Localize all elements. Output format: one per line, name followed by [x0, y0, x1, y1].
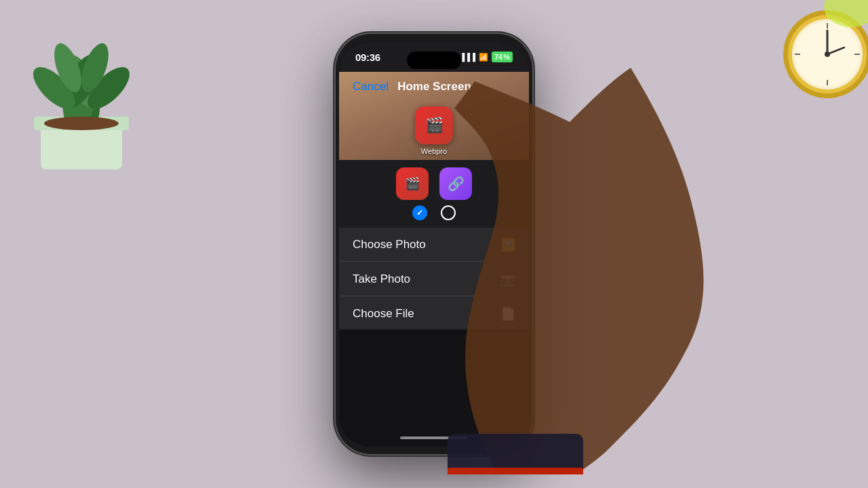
clock-decoration	[719, 0, 868, 149]
phone-frame: 09:36 ▐▐▐ 📶 74% Cancel Home Screen 🎬	[336, 34, 532, 454]
variant-dots-row	[412, 205, 456, 220]
variant-dot-selected[interactable]	[412, 205, 427, 220]
choose-file-item[interactable]: Choose File 📄	[339, 297, 529, 331]
take-photo-item[interactable]: Take Photo 📷	[339, 262, 529, 296]
cancel-button[interactable]: Cancel	[353, 80, 389, 94]
variant-icons-row: 🎬 🔗	[396, 167, 472, 200]
app-variants-area: 🎬 🔗	[339, 160, 529, 228]
bottom-area	[339, 329, 529, 446]
wifi-icon: 📶	[479, 53, 488, 62]
variant-icon-2[interactable]: 🔗	[439, 167, 472, 200]
phone-screen: 09:36 ▐▐▐ 📶 74% Cancel Home Screen 🎬	[339, 42, 529, 446]
variant-icon-1[interactable]: 🎬	[396, 167, 429, 200]
app-icon-label: Webpro	[421, 147, 447, 155]
app-icon-area: 🎬 Webpro	[339, 102, 529, 160]
app-icon-large: 🎬	[415, 106, 453, 144]
signal-icon: ▐▐▐	[460, 53, 475, 61]
menu-section: Choose Photo 🖼️ Take Photo 📷 Choose File…	[339, 228, 529, 331]
plant-decoration	[0, 0, 176, 176]
choose-photo-label: Choose Photo	[353, 238, 426, 251]
choose-file-icon: 📄	[500, 306, 515, 321]
choose-file-label: Choose File	[353, 307, 414, 321]
status-time: 09:36	[355, 52, 380, 63]
home-indicator[interactable]	[400, 436, 468, 439]
variant-dot-unselected[interactable]	[441, 205, 456, 220]
status-icons: ▐▐▐ 📶 74%	[460, 52, 513, 62]
take-photo-icon: 📷	[500, 272, 515, 287]
nav-bar: Cancel Home Screen	[339, 72, 529, 102]
dynamic-island	[407, 52, 461, 69]
svg-point-10	[44, 117, 119, 130]
battery-icon: 74%	[492, 52, 513, 62]
take-photo-label: Take Photo	[353, 272, 410, 286]
svg-point-17	[825, 52, 830, 57]
choose-photo-icon: 🖼️	[500, 237, 515, 252]
screen-title: Home Screen	[397, 80, 471, 94]
choose-photo-item[interactable]: Choose Photo 🖼️	[339, 228, 529, 262]
